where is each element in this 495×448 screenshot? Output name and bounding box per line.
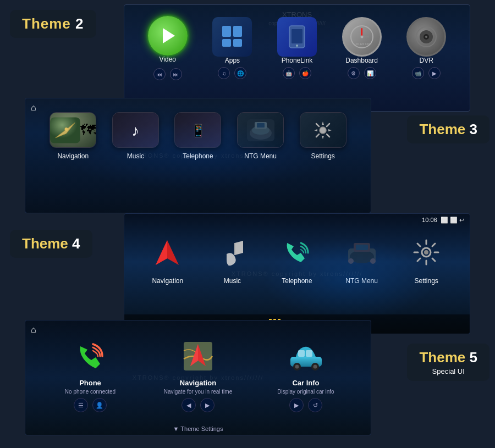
video-icon[interactable] xyxy=(148,16,188,56)
t4-music-item: Music xyxy=(202,233,262,285)
theme3-home-btn[interactable]: ⌂ xyxy=(31,103,36,113)
t4-telephone-icon[interactable] xyxy=(278,233,316,272)
t5-nav-next-btn[interactable]: ▶ xyxy=(200,398,215,412)
phonelink-label: PhoneLink xyxy=(282,57,313,64)
theme2-title: Theme 2 xyxy=(22,15,84,32)
t5-phone-svg xyxy=(74,340,107,373)
dashboard-item: 100 120 140 Dashboard ⚙ 📊 xyxy=(334,17,389,79)
theme4-screen: 10:06 ⬜ ⬜ ↩ XTRONS® copyright by xtrons/… xyxy=(124,213,470,334)
t3-ntgmenu-item: NTG Menu xyxy=(232,112,289,160)
apple-btn[interactable]: 🍎 xyxy=(299,67,311,79)
svg-point-15 xyxy=(425,36,427,38)
svg-rect-0 xyxy=(222,26,231,37)
t4-nav-svg xyxy=(152,237,183,268)
t3-settings-icon[interactable] xyxy=(300,112,346,148)
svg-point-52 xyxy=(295,364,299,368)
theme3-icons-row: Navigation ♪ Music 📱 Telephone xyxy=(25,98,371,165)
svg-point-33 xyxy=(348,258,354,264)
t5-carinfo-label: Car Info xyxy=(292,379,319,387)
t4-ntgmenu-icon[interactable] xyxy=(343,233,381,272)
t3-ntgmenu-icon[interactable] xyxy=(237,112,284,148)
t5-navigation-icon[interactable] xyxy=(179,337,217,375)
t5-nav-prev-btn[interactable]: ◀ xyxy=(182,398,196,412)
phonelink-svg xyxy=(286,25,308,49)
android-btn[interactable]: 🤖 xyxy=(283,67,295,79)
dashboard-label: Dashboard xyxy=(345,57,378,64)
t4-ntgmenu-item: NTG Menu xyxy=(332,233,392,285)
t5-car-play-btn[interactable]: ▶ xyxy=(289,398,304,412)
t5-phone-menu-btn[interactable]: ☰ xyxy=(74,398,88,412)
svg-text:100 120 140: 100 120 140 xyxy=(354,42,370,46)
t5-phone-label: Phone xyxy=(79,379,101,387)
dashboard-chart-btn[interactable]: 📊 xyxy=(364,67,376,79)
t4-phone-svg xyxy=(282,237,312,268)
apps-web-btn[interactable]: 🌐 xyxy=(234,67,246,79)
telephone-svg: 📱 xyxy=(186,118,210,142)
theme4-label: Theme 4 xyxy=(10,230,92,258)
t3-music-icon[interactable]: ♪ xyxy=(112,112,159,148)
apps-icon[interactable] xyxy=(212,17,252,57)
t5-nav-svg xyxy=(182,340,215,373)
t4-music-label: Music xyxy=(224,277,241,285)
svg-rect-24 xyxy=(257,123,265,128)
theme4-title: Theme 4 xyxy=(22,235,80,252)
t5-navigation-controls: ◀ ▶ xyxy=(182,398,215,412)
t3-navigation-icon[interactable] xyxy=(50,112,96,148)
apps-music-btn[interactable]: ♫ xyxy=(218,67,230,79)
play-arrow xyxy=(163,28,175,43)
svg-text:♪: ♪ xyxy=(131,122,139,139)
svg-point-6 xyxy=(296,45,298,47)
theme5-home-btn[interactable]: ⌂ xyxy=(31,325,36,335)
phonelink-icon[interactable] xyxy=(277,17,317,57)
t4-navigation-icon[interactable] xyxy=(148,233,187,272)
t5-phone-controls: ☰ 👤 xyxy=(74,398,107,412)
t4-ntgmenu-label: NTG Menu xyxy=(345,277,378,285)
t3-telephone-icon[interactable]: 📱 xyxy=(174,112,221,148)
dvr-svg xyxy=(415,25,438,48)
t4-music-icon[interactable] xyxy=(213,233,251,272)
t4-ntg-svg xyxy=(345,240,378,265)
apps-item: Apps ♫ 🌐 xyxy=(205,17,260,79)
theme-settings-bar[interactable]: ▼ Theme Settings xyxy=(25,425,371,432)
svg-line-44 xyxy=(432,244,435,246)
svg-rect-2 xyxy=(222,39,231,47)
svg-rect-49 xyxy=(298,350,305,357)
t5-phone-contact-btn[interactable]: 👤 xyxy=(92,398,107,412)
t5-navigation-item: Navigation Navigate for you in real time… xyxy=(157,337,239,412)
dvr-icon[interactable] xyxy=(406,17,446,57)
t3-settings-label: Settings xyxy=(311,152,334,160)
music-svg: ♪ xyxy=(125,120,145,140)
t3-telephone-label: Telephone xyxy=(183,152,213,160)
svg-line-41 xyxy=(417,244,420,246)
theme3-label: Theme 3 xyxy=(407,115,490,143)
apps-controls: ♫ 🌐 xyxy=(218,67,246,79)
theme4-icons-row: Navigation Music xyxy=(124,214,470,290)
dashboard-settings-btn[interactable]: ⚙ xyxy=(348,67,360,79)
t3-settings-item: Settings xyxy=(294,112,352,160)
t3-telephone-item: 📱 Telephone xyxy=(169,112,227,160)
video-next-btn[interactable]: ⏭ xyxy=(170,68,182,80)
t5-carinfo-controls: ▶ ↺ xyxy=(289,398,322,412)
svg-rect-50 xyxy=(306,350,312,357)
theme3-screen: ⌂ XTRONS® copyright by xtrons/////// Nav… xyxy=(25,98,371,213)
video-prev-btn[interactable]: ⏮ xyxy=(153,68,166,80)
t4-navigation-item: Navigation xyxy=(138,233,198,285)
svg-point-36 xyxy=(424,250,428,255)
theme5-title: Theme 5 xyxy=(419,349,477,366)
dashboard-icon[interactable]: 100 120 140 xyxy=(342,17,382,57)
theme4-status-bar: 10:06 ⬜ ⬜ ↩ xyxy=(422,217,464,224)
ntg-svg xyxy=(247,119,274,141)
t5-car-refresh-btn[interactable]: ↺ xyxy=(308,398,322,412)
svg-rect-1 xyxy=(233,26,242,37)
t5-carinfo-icon[interactable] xyxy=(287,337,325,375)
nav-svg xyxy=(50,117,80,143)
dvr-play-btn[interactable]: ▶ xyxy=(428,67,441,79)
dvr-rec-btn[interactable]: 📹 xyxy=(412,67,424,79)
svg-rect-5 xyxy=(292,29,302,43)
t4-settings-icon[interactable] xyxy=(407,233,446,272)
t5-phone-icon[interactable] xyxy=(71,337,109,375)
t5-phone-item: Phone No phone connected ☰ 👤 xyxy=(49,337,131,412)
t4-settings-item: Settings xyxy=(396,233,457,285)
dashboard-svg: 100 120 140 xyxy=(349,24,375,49)
t4-navigation-label: Navigation xyxy=(152,277,183,285)
